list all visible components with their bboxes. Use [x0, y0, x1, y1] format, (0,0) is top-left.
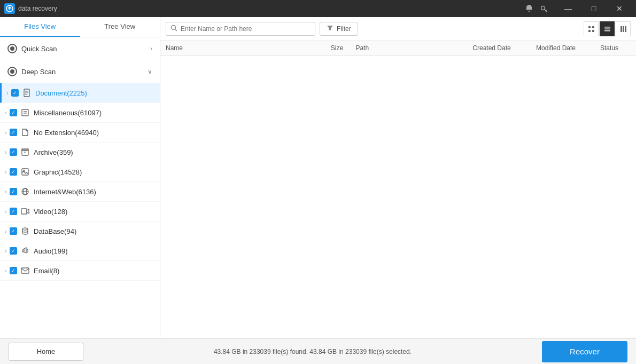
svg-rect-28	[604, 28, 610, 29]
key-icon[interactable]	[539, 3, 549, 14]
svg-rect-20	[21, 268, 29, 273]
category-icon-video	[20, 206, 30, 217]
expand-arrow: ›	[2, 248, 10, 254]
file-category-item-archive[interactable]: › Archive(359)	[0, 143, 160, 162]
category-label-audio: Audio(199)	[34, 247, 68, 255]
app-icon	[4, 3, 15, 14]
category-checkbox-email[interactable]	[10, 267, 17, 274]
content-body	[160, 56, 636, 338]
minimize-button[interactable]: —	[556, 0, 580, 17]
svg-rect-7	[22, 109, 28, 116]
category-checkbox-document[interactable]	[11, 89, 19, 97]
category-label-misc: Miscellaneous(61097)	[34, 109, 102, 117]
file-category-item-misc[interactable]: › Miscellaneous(61097)	[0, 103, 160, 123]
recover-button[interactable]: Recover	[542, 341, 627, 362]
quick-scan-label: Quick Scan	[21, 45, 150, 53]
category-label-noext: No Extension(46940)	[34, 129, 99, 137]
tab-files-view[interactable]: Files View	[0, 17, 80, 37]
svg-rect-27	[604, 27, 610, 28]
search-box[interactable]	[166, 22, 315, 36]
window-controls: — □ ✕	[556, 0, 632, 17]
col-created: Created Date	[460, 44, 524, 52]
app-title: data recovery	[18, 5, 57, 12]
category-label-graphic: Graphic(14528)	[34, 168, 82, 176]
search-icon	[170, 25, 177, 33]
category-checkbox-audio[interactable]	[10, 247, 17, 255]
svg-rect-24	[592, 26, 594, 28]
svg-point-19	[22, 228, 28, 230]
quick-scan-item[interactable]: Quick Scan ›	[0, 37, 160, 60]
file-category-item-noext[interactable]: › No Extension(46940)	[0, 123, 160, 143]
deep-scan-icon	[7, 67, 17, 76]
view-controls	[584, 21, 631, 36]
svg-rect-23	[588, 26, 591, 28]
file-category-item-document[interactable]: › Document(2225)	[0, 83, 160, 103]
expand-arrow: ›	[2, 209, 10, 215]
category-checkbox-graphic[interactable]	[10, 168, 17, 176]
expand-arrow: ›	[2, 110, 10, 116]
category-icon-graphic	[20, 167, 30, 177]
bottom-bar: Home 43.84 GB in 233039 file(s) found. 4…	[0, 338, 636, 364]
svg-rect-30	[621, 26, 622, 32]
col-size: Size	[318, 44, 355, 52]
col-modified: Modified Date	[524, 44, 588, 52]
svg-rect-32	[625, 26, 626, 32]
expand-arrow: ›	[2, 268, 10, 274]
col-path: Path	[355, 44, 460, 52]
expand-arrow: ›	[2, 169, 10, 175]
category-checkbox-noext[interactable]	[10, 129, 17, 136]
home-button[interactable]: Home	[9, 343, 83, 361]
app-logo: data recovery	[4, 3, 524, 14]
filter-box[interactable]: Filter	[320, 22, 358, 36]
svg-point-2	[541, 6, 545, 10]
quick-scan-arrow: ›	[150, 45, 152, 52]
titlebar: data recovery — □ ✕	[0, 0, 636, 17]
file-category-item-audio[interactable]: › Audio(199)	[0, 241, 160, 261]
file-category-item-graphic[interactable]: › Graphic(14528)	[0, 162, 160, 182]
close-button[interactable]: ✕	[607, 0, 632, 17]
view-tabs: Files View Tree View	[0, 17, 160, 37]
filter-label: Filter	[337, 25, 351, 33]
file-category-item-database[interactable]: › DataBase(94)	[0, 221, 160, 241]
category-icon-audio	[20, 246, 30, 256]
svg-rect-29	[604, 30, 610, 31]
maximize-button[interactable]: □	[581, 0, 606, 17]
category-checkbox-archive[interactable]	[10, 148, 17, 156]
category-label-document: Document(2225)	[35, 89, 87, 97]
expand-arrow: ›	[2, 189, 10, 195]
deep-scan-label: Deep Scan	[21, 68, 148, 76]
status-text: 43.84 GB in 233039 file(s) found. 43.84 …	[83, 348, 542, 355]
sidebar: Files View Tree View Quick Scan › Deep S…	[0, 17, 160, 338]
titlebar-icon-group	[524, 3, 549, 14]
detail-view-button[interactable]	[616, 21, 631, 36]
svg-line-22	[175, 29, 177, 31]
file-category-item-email[interactable]: › Email(8)	[0, 261, 160, 281]
category-icon-noext	[20, 127, 30, 138]
category-icon-document	[21, 88, 32, 98]
category-icon-database	[20, 226, 30, 236]
svg-rect-25	[588, 30, 591, 32]
list-view-button[interactable]	[600, 21, 615, 36]
svg-rect-31	[623, 26, 624, 32]
expand-arrow: ›	[2, 149, 10, 155]
category-checkbox-internet[interactable]	[10, 188, 17, 195]
file-category-item-video[interactable]: › Video(128)	[0, 202, 160, 221]
deep-scan-arrow: ∨	[148, 68, 152, 75]
grid-view-button[interactable]	[584, 21, 599, 36]
notification-icon[interactable]	[524, 3, 534, 14]
category-checkbox-misc[interactable]	[10, 109, 17, 116]
deep-scan-item[interactable]: Deep Scan ∨	[0, 60, 160, 83]
file-category-item-internet[interactable]: › Internet&Web(6136)	[0, 182, 160, 202]
svg-rect-26	[592, 30, 594, 32]
svg-rect-18	[21, 209, 27, 214]
content-area: Filter	[160, 17, 636, 338]
category-checkbox-database[interactable]	[10, 227, 17, 235]
category-label-email: Email(8)	[34, 267, 59, 275]
category-label-database: DataBase(94)	[34, 227, 76, 235]
filter-icon	[327, 25, 333, 33]
search-input[interactable]	[181, 25, 311, 33]
category-checkbox-video[interactable]	[10, 208, 17, 215]
category-label-archive: Archive(359)	[34, 148, 73, 156]
content-toolbar: Filter	[160, 17, 636, 41]
tab-tree-view[interactable]: Tree View	[80, 17, 160, 37]
